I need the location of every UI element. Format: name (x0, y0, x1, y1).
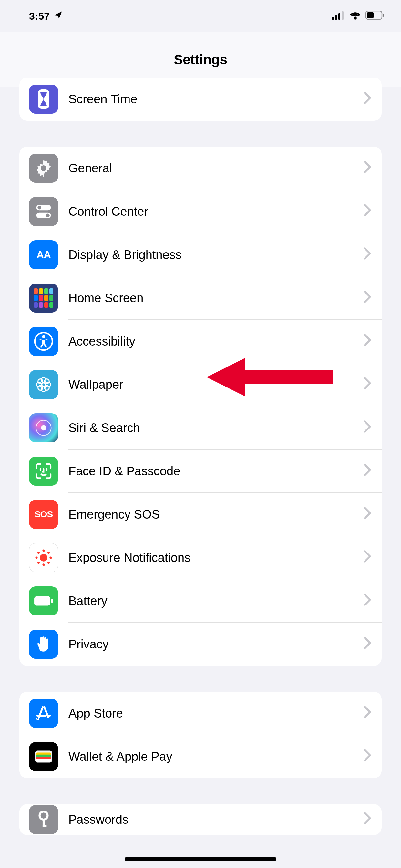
row-label: Accessibility (68, 335, 364, 348)
gear-icon (29, 154, 58, 183)
row-label: Face ID & Passcode (68, 464, 364, 478)
row-wallpaper[interactable]: Wallpaper (19, 363, 382, 406)
location-services-icon (54, 10, 63, 22)
svg-point-26 (41, 425, 47, 431)
chevron-right-icon (364, 463, 371, 479)
faceid-icon (29, 457, 58, 486)
text-size-icon: AA (29, 240, 58, 269)
exposure-icon (29, 543, 58, 572)
row-label: Home Screen (68, 291, 364, 305)
row-display-brightness[interactable]: AA Display & Brightness (19, 233, 382, 276)
svg-rect-38 (34, 596, 50, 606)
row-faceid-passcode[interactable]: Face ID & Passcode (19, 450, 382, 493)
row-emergency-sos[interactable]: SOS Emergency SOS (19, 493, 382, 536)
svg-point-50 (40, 811, 48, 819)
row-siri-search[interactable]: Siri & Search (19, 406, 382, 450)
sos-icon: SOS (29, 500, 58, 529)
home-indicator[interactable] (125, 857, 276, 861)
row-app-store[interactable]: App Store (19, 692, 382, 735)
svg-rect-5 (367, 12, 374, 18)
svg-rect-0 (332, 17, 334, 20)
chevron-right-icon (364, 749, 371, 765)
row-label: App Store (68, 707, 364, 720)
svg-point-44 (37, 718, 38, 719)
appstore-icon (29, 699, 58, 728)
settings-content[interactable]: Screen Time General Control Center (0, 78, 401, 835)
row-accessibility[interactable]: Accessibility (19, 320, 382, 363)
wifi-icon (349, 10, 361, 22)
row-label: Wallet & Apple Pay (68, 750, 364, 764)
svg-point-36 (37, 562, 40, 564)
row-battery[interactable]: Battery (19, 579, 382, 623)
chevron-right-icon (364, 507, 371, 523)
chevron-right-icon (364, 334, 371, 349)
settings-group-general: General Control Center AA Display & Brig… (19, 147, 382, 666)
svg-point-31 (42, 563, 44, 566)
row-label: Control Center (68, 205, 364, 219)
battery-full-icon (29, 586, 58, 616)
chevron-right-icon (364, 550, 371, 566)
settings-group-usage: Screen Time (19, 78, 382, 121)
svg-point-29 (40, 554, 47, 561)
chevron-right-icon (364, 812, 371, 828)
svg-rect-1 (335, 15, 337, 20)
svg-rect-49 (36, 758, 51, 762)
row-wallet-apple-pay[interactable]: Wallet & Apple Pay (19, 735, 382, 778)
chevron-right-icon (364, 91, 371, 107)
chevron-right-icon (364, 637, 371, 652)
row-label: Emergency SOS (68, 507, 364, 522)
battery-icon (366, 10, 385, 22)
svg-rect-2 (338, 13, 340, 20)
hourglass-icon (29, 85, 58, 114)
status-right (332, 10, 385, 22)
svg-point-13 (46, 214, 50, 217)
svg-rect-52 (42, 825, 47, 827)
chevron-right-icon (364, 377, 371, 393)
row-label: Wallpaper (68, 378, 364, 392)
status-left: 3:57 (16, 10, 63, 22)
settings-group-store: App Store Wallet & Apple Pay (19, 692, 382, 778)
chevron-right-icon (364, 204, 371, 220)
hand-icon (29, 630, 58, 659)
chevron-right-icon (364, 160, 371, 176)
svg-point-37 (48, 562, 50, 564)
svg-point-33 (50, 556, 52, 559)
row-label: Privacy (68, 638, 364, 651)
svg-point-34 (37, 552, 40, 554)
row-general[interactable]: General (19, 147, 382, 190)
chevron-right-icon (364, 593, 371, 609)
cellular-signal-icon (332, 10, 345, 22)
row-label: Battery (68, 594, 364, 608)
row-home-screen[interactable]: Home Screen (19, 276, 382, 320)
wallet-icon (29, 742, 58, 771)
svg-point-16 (42, 383, 45, 386)
settings-group-passwords: Passwords (19, 804, 382, 835)
row-label: Passwords (68, 813, 364, 827)
status-bar: 3:57 (0, 0, 401, 32)
chevron-right-icon (364, 420, 371, 436)
row-screen-time[interactable]: Screen Time (19, 78, 382, 121)
app-grid-icon (29, 283, 58, 313)
chevron-right-icon (364, 290, 371, 306)
svg-point-35 (48, 552, 50, 554)
svg-point-30 (42, 549, 44, 552)
row-label: Siri & Search (68, 421, 364, 435)
flower-icon (29, 370, 58, 399)
siri-icon (29, 413, 58, 442)
row-exposure-notifications[interactable]: Exposure Notifications (19, 536, 382, 579)
page-title: Settings (174, 52, 227, 67)
svg-point-11 (37, 206, 41, 209)
svg-point-9 (41, 165, 47, 171)
switches-icon (29, 197, 58, 226)
svg-rect-6 (383, 13, 384, 17)
svg-point-32 (35, 556, 37, 559)
row-privacy[interactable]: Privacy (19, 623, 382, 666)
key-icon (29, 805, 58, 834)
row-control-center[interactable]: Control Center (19, 190, 382, 233)
row-passwords[interactable]: Passwords (19, 804, 382, 835)
row-label: Screen Time (68, 92, 364, 106)
row-label: Display & Brightness (68, 248, 364, 262)
svg-rect-3 (342, 11, 343, 20)
row-label: Exposure Notifications (68, 551, 364, 565)
svg-point-15 (42, 335, 45, 338)
